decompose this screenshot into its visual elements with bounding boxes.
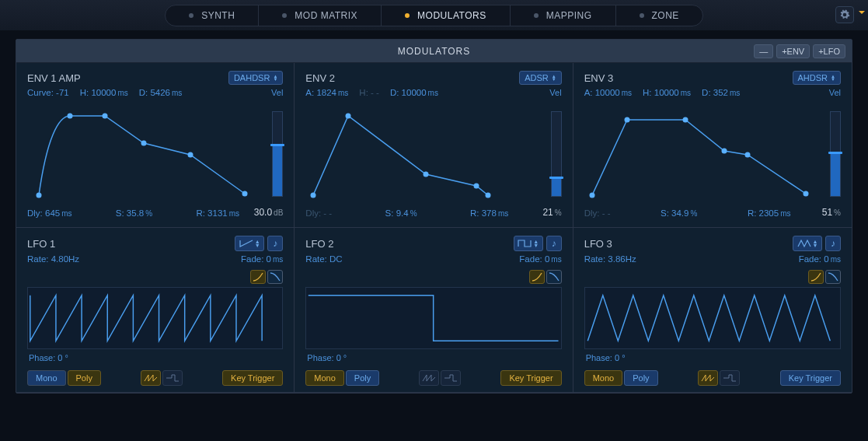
tab-modulators[interactable]: MODULATORS (382, 5, 511, 26)
lfo-retrigger-mode-1[interactable] (419, 370, 439, 386)
lfo-waveform-display[interactable] (584, 287, 841, 349)
velocity-slider[interactable] (272, 111, 283, 197)
lfo-retrigger-mode-2[interactable] (720, 370, 740, 386)
tab-label: MAPPING (546, 10, 592, 21)
tab-indicator-icon (189, 13, 193, 18)
parameter[interactable]: Dly: - - (305, 208, 332, 218)
svg-point-12 (624, 117, 629, 123)
envelope-curve[interactable] (584, 108, 817, 201)
lfo-fade[interactable]: Fade: 0ms (241, 254, 283, 264)
lfo-phase[interactable]: Phase: 0 ° (586, 353, 626, 362)
lfo-rate[interactable]: Rate: 3.86Hz (584, 254, 636, 264)
lfo-poly-button[interactable]: Poly (346, 370, 379, 386)
fade-in-button[interactable] (529, 270, 545, 284)
envelope-name: ENV 3 (584, 72, 614, 84)
parameter[interactable]: Dly: - - (584, 208, 611, 218)
tab-synth[interactable]: SYNTH (166, 5, 259, 26)
parameter[interactable]: R: 2305ms (748, 208, 791, 218)
tab-mod-matrix[interactable]: MOD MATRIX (259, 5, 382, 26)
velocity-label: Vel (271, 88, 283, 97)
tab-indicator-icon (534, 13, 539, 18)
key-trigger-button[interactable]: Key Trigger (780, 370, 841, 386)
envelope-mode-select[interactable]: DAHDSR▲▼ (228, 71, 283, 85)
lfo-phase[interactable]: Phase: 0 ° (307, 353, 347, 362)
lfo-poly-button[interactable]: Poly (624, 370, 657, 386)
parameter[interactable]: A: 1824ms (305, 88, 348, 97)
lfo-note-sync-toggle[interactable]: ♪ (825, 236, 841, 251)
updown-icon: ▲▼ (552, 75, 556, 81)
tab-indicator-icon (282, 13, 287, 18)
parameter[interactable]: Curve: -71 (27, 88, 69, 97)
settings-button[interactable] (835, 6, 854, 23)
envelope-mode-select[interactable]: ADSR▲▼ (519, 71, 562, 85)
lfo-waveform-display[interactable] (305, 287, 561, 349)
lfo-rate[interactable]: Rate: DC (305, 254, 342, 264)
lfo-note-sync-toggle[interactable]: ♪ (267, 236, 283, 251)
collapse-button[interactable]: — (754, 44, 773, 58)
panel-title: MODULATORS (398, 46, 471, 57)
updown-icon: ▲▼ (273, 75, 277, 81)
parameter[interactable]: R: 3131ms (196, 208, 239, 218)
lfo-fade[interactable]: Fade: 0ms (799, 254, 841, 264)
fade-out-button[interactable] (546, 270, 562, 284)
lfo-mono-button[interactable]: Mono (305, 370, 344, 386)
velocity-value[interactable]: 51% (822, 207, 841, 218)
lfo-poly-button[interactable]: Poly (68, 370, 101, 386)
tab-mapping[interactable]: MAPPING (511, 5, 616, 26)
gear-icon (839, 9, 850, 20)
lfo-retrigger-mode-1[interactable] (141, 370, 161, 386)
velocity-slider[interactable] (551, 111, 562, 197)
envelope-curve[interactable] (27, 108, 260, 201)
svg-point-0 (37, 193, 42, 198)
lfo-retrigger-mode-2[interactable] (441, 370, 461, 386)
lfo-mono-button[interactable]: Mono (584, 370, 623, 386)
lfo-waveform-select[interactable]: ▲▼ (514, 236, 543, 251)
velocity-value[interactable]: 30.0dB (254, 207, 284, 218)
fade-out-button[interactable] (267, 270, 283, 284)
velocity-fill (831, 153, 840, 196)
svg-point-8 (424, 172, 429, 177)
svg-point-4 (188, 152, 193, 158)
parameter[interactable]: D: 5426ms (139, 88, 183, 97)
parameter[interactable]: S: 34.9% (661, 208, 697, 218)
parameter[interactable]: H: 10000ms (643, 88, 691, 97)
tab-indicator-icon (405, 13, 410, 18)
parameter[interactable]: S: 35.8% (116, 208, 152, 218)
lfo-waveform-display[interactable] (27, 287, 283, 349)
lfo-note-sync-toggle[interactable]: ♪ (546, 236, 562, 251)
lfo-mono-button[interactable]: Mono (27, 370, 66, 386)
lfo-waveform-select[interactable]: ▲▼ (793, 236, 822, 251)
add-envelope-button[interactable]: +ENV (776, 44, 810, 58)
parameter[interactable]: D: 352ms (702, 88, 740, 97)
parameter[interactable]: H: - - (359, 88, 379, 97)
lfo-phase[interactable]: Phase: 0 ° (29, 353, 68, 362)
lfo-retrigger-mode-1[interactable] (698, 370, 718, 386)
parameter[interactable]: S: 9.4% (385, 208, 417, 218)
svg-point-11 (589, 193, 594, 198)
lfo-retrigger-mode-2[interactable] (162, 370, 183, 386)
key-trigger-button[interactable]: Key Trigger (222, 370, 283, 386)
lfo-fade[interactable]: Fade: 0ms (519, 254, 561, 264)
fade-in-button[interactable] (808, 270, 824, 284)
svg-point-10 (486, 193, 491, 198)
fade-in-button[interactable] (250, 270, 266, 284)
lfo-waveform-select[interactable]: ▲▼ (235, 236, 264, 251)
key-trigger-button[interactable]: Key Trigger (500, 370, 561, 386)
envelope-curve[interactable] (305, 108, 539, 201)
modulators-panel: MODULATORS — +ENV +LFO ENV 1 AMP DAHDSR▲… (16, 39, 852, 394)
parameter[interactable]: A: 10000ms (584, 88, 632, 97)
parameter[interactable]: D: 10000ms (390, 88, 438, 97)
parameter[interactable]: Dly: 645ms (27, 208, 72, 218)
tab-zone[interactable]: ZONE (616, 5, 702, 26)
envelope-mode-select[interactable]: AHDSR▲▼ (793, 71, 841, 85)
panel-header: MODULATORS — +ENV +LFO (16, 40, 852, 63)
add-lfo-button[interactable]: +LFO (813, 44, 845, 58)
parameter[interactable]: H: 10000ms (80, 88, 128, 97)
velocity-slider[interactable] (830, 111, 841, 197)
envelope-cell: ENV 2 ADSR▲▼ A: 1824msH: - -D: 10000ms V… (295, 63, 573, 228)
velocity-value[interactable]: 21% (542, 207, 561, 218)
lfo-rate[interactable]: Rate: 4.80Hz (27, 254, 79, 264)
fade-out-button[interactable] (825, 270, 841, 284)
parameter[interactable]: R: 378ms (470, 208, 508, 218)
envelope-cell: ENV 3 AHDSR▲▼ A: 10000msH: 10000msD: 352… (573, 63, 852, 228)
